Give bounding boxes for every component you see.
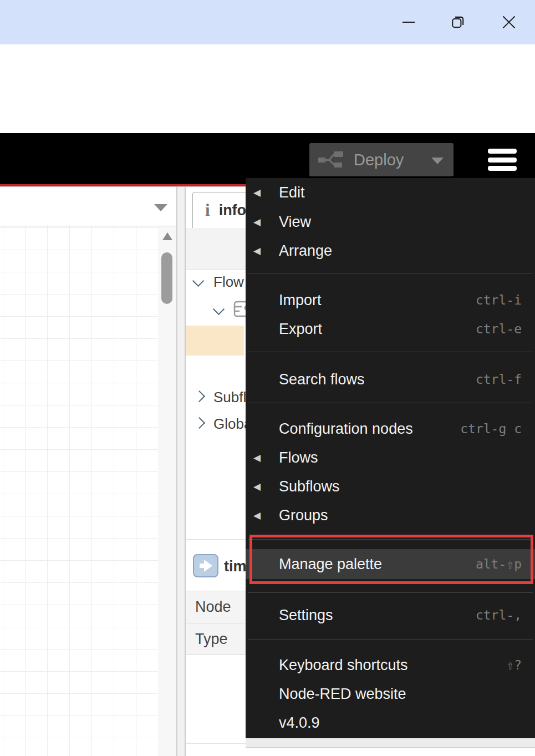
hamburger-bar xyxy=(488,166,517,171)
global-config-tree-row[interactable]: Global Configuration Nodes xyxy=(195,419,203,429)
window-close-button[interactable] xyxy=(492,0,526,44)
menu-item-export[interactable]: Export ctrl-e xyxy=(246,317,535,341)
canvas-scrollbar-thumb[interactable] xyxy=(161,252,172,304)
flow-canvas-grid[interactable] xyxy=(0,226,158,756)
menu-separator xyxy=(248,539,533,540)
main-menu-button[interactable] xyxy=(488,149,517,171)
chevron-down-icon[interactable] xyxy=(213,303,225,315)
menu-item-label: Edit xyxy=(279,184,305,201)
window-minimize-button[interactable] xyxy=(392,0,425,44)
deploy-button[interactable]: Deploy xyxy=(309,143,454,176)
menu-item-groups[interactable]: ◀ Groups xyxy=(246,503,535,527)
main-menu-dropdown: ◀ Edit ◀ View ◀ Arrange Import ctrl-i Ex… xyxy=(246,178,535,738)
hamburger-bar xyxy=(488,158,517,163)
deploy-button-label: Deploy xyxy=(354,151,404,169)
bookmarks-bar: นิเทศศิลป์ สมศ. Book » All Bookmarks xyxy=(0,90,535,133)
menu-item-label: Manage palette xyxy=(279,556,382,573)
subflows-tree-row[interactable]: Subflows xyxy=(195,392,203,403)
flow-tree-label: Flow xyxy=(213,273,244,291)
menu-item-label: Keyboard shortcuts xyxy=(279,657,408,674)
menu-separator xyxy=(248,273,533,273)
menu-shortcut: ctrl-, xyxy=(476,608,522,622)
scroll-up-arrow-icon[interactable] xyxy=(162,232,172,240)
menu-shortcut: ⇧? xyxy=(506,658,522,672)
chevron-right-icon[interactable] xyxy=(193,390,205,402)
selected-tree-row[interactable] xyxy=(186,326,244,356)
submenu-left-arrow-icon: ◀ xyxy=(253,216,261,228)
menu-separator xyxy=(248,403,533,403)
flow-tabs-bar xyxy=(0,187,176,226)
deploy-nodes-icon xyxy=(318,151,344,169)
hamburger-bar xyxy=(488,149,517,154)
chevron-right-icon[interactable] xyxy=(193,417,205,429)
menu-item-label: Search flows xyxy=(279,371,365,388)
menu-item-search-flows[interactable]: Search flows ctrl-f xyxy=(246,367,535,392)
menu-item-subflows[interactable]: ◀ Subflows xyxy=(246,474,535,499)
menu-item-edit[interactable]: ◀ Edit xyxy=(246,180,535,205)
chevron-down-icon[interactable] xyxy=(192,275,204,287)
menu-item-configuration-nodes[interactable]: Configuration nodes ctrl-g c xyxy=(246,417,535,441)
menu-separator xyxy=(248,592,533,593)
submenu-left-arrow-icon: ◀ xyxy=(253,452,261,464)
menu-item-label: Subflows xyxy=(279,478,340,495)
menu-item-label: View xyxy=(279,214,311,231)
inject-node-icon xyxy=(193,554,218,577)
menu-item-label: Groups xyxy=(279,507,328,524)
menu-item-label: Flows xyxy=(279,449,318,466)
flow-tree-row[interactable]: Flow xyxy=(194,277,202,287)
info-icon: i xyxy=(205,200,210,220)
submenu-left-arrow-icon: ◀ xyxy=(253,187,261,199)
minimize-icon xyxy=(402,22,415,23)
menu-item-label: v4.0.9 xyxy=(279,714,320,732)
sidebar-divider xyxy=(186,743,246,744)
menu-item-node-red-website[interactable]: Node-RED website xyxy=(246,682,535,706)
menu-item-flows[interactable]: ◀ Flows xyxy=(246,445,535,470)
sidebar-section-strip xyxy=(246,738,535,748)
canvas-scrollbar-track[interactable] xyxy=(158,226,176,756)
menu-item-arrange[interactable]: ◀ Arrange xyxy=(246,239,535,263)
submenu-left-arrow-icon: ◀ xyxy=(253,481,261,493)
deploy-options-caret-icon[interactable] xyxy=(431,158,444,164)
menu-item-manage-palette[interactable]: Manage palette alt-⇧p xyxy=(246,549,535,579)
close-icon xyxy=(502,15,516,29)
menu-item-label: Node-RED website xyxy=(279,686,406,703)
window-restore-button[interactable] xyxy=(441,0,475,44)
menu-item-label: Configuration nodes xyxy=(279,420,413,438)
menu-item-view[interactable]: ◀ View xyxy=(246,210,535,234)
flow-list-caret-icon[interactable] xyxy=(154,204,167,211)
submenu-left-arrow-icon: ◀ xyxy=(253,510,261,521)
restore-icon xyxy=(451,15,465,29)
menu-separator xyxy=(248,352,533,352)
menu-item-import[interactable]: Import ctrl-i xyxy=(246,288,535,312)
browser-toolbar xyxy=(0,44,535,90)
menu-item-label: Arrange xyxy=(279,242,332,260)
sidebar-splitter[interactable] xyxy=(176,187,186,756)
menu-item-version[interactable]: v4.0.9 xyxy=(246,711,535,735)
browser-titlebar xyxy=(0,0,535,44)
screenshot-root: นิเทศศิลป์ สมศ. Book » All Bookmarks Dep… xyxy=(0,0,535,756)
node-tree-row[interactable] xyxy=(215,305,223,316)
menu-item-label: Export xyxy=(279,321,322,338)
menu-item-settings[interactable]: Settings ctrl-, xyxy=(246,603,535,627)
menu-item-label: Settings xyxy=(279,607,333,624)
submenu-left-arrow-icon: ◀ xyxy=(253,245,261,257)
menu-shortcut: ctrl-f xyxy=(476,372,522,387)
menu-item-keyboard-shortcuts[interactable]: Keyboard shortcuts ⇧? xyxy=(246,653,535,677)
menu-item-label: Import xyxy=(279,292,322,309)
menu-shortcut: ctrl-e xyxy=(476,322,522,336)
menu-shortcut: alt-⇧p xyxy=(476,557,522,571)
menu-shortcut: ctrl-g c xyxy=(460,422,522,436)
menu-separator xyxy=(248,639,533,640)
menu-shortcut: ctrl-i xyxy=(476,293,522,307)
info-tab-label: info xyxy=(219,202,246,219)
